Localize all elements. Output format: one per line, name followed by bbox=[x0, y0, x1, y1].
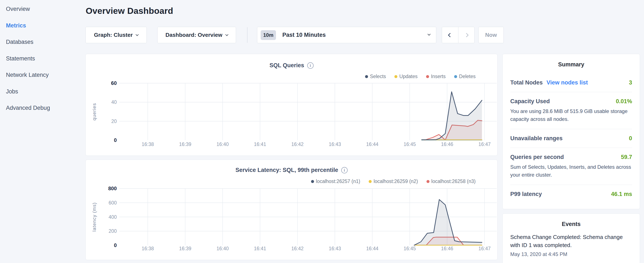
svg-text:400: 400 bbox=[109, 214, 117, 220]
svg-text:0: 0 bbox=[114, 137, 117, 143]
summary-row: Unavailable ranges0 bbox=[510, 129, 632, 148]
summary-row-label: Unavailable ranges bbox=[510, 135, 562, 142]
chevron-left-icon bbox=[448, 33, 452, 37]
summary-rows: Total NodesView nodes list3Capacity Used… bbox=[510, 73, 632, 203]
summary-row-label: Queries per second bbox=[510, 154, 564, 160]
svg-text:queries: queries bbox=[92, 103, 97, 121]
time-next-button[interactable] bbox=[458, 27, 474, 43]
sql-queries-plot[interactable]: 16:3816:3916:4016:4116:4216:4316:4416:45… bbox=[86, 54, 498, 156]
summary-row-value: 0 bbox=[629, 135, 632, 142]
chevron-down-icon bbox=[225, 33, 228, 36]
svg-text:16:46: 16:46 bbox=[441, 141, 453, 147]
sidebar-item-overview[interactable]: Overview bbox=[6, 5, 30, 13]
sidebar-item-jobs[interactable]: Jobs bbox=[6, 88, 18, 95]
svg-text:16:39: 16:39 bbox=[179, 246, 191, 251]
sidebar-item-databases[interactable]: Databases bbox=[6, 38, 34, 46]
summary-row-label: P99 latency bbox=[510, 191, 542, 197]
summary-row-description: You are using 28.6 MiB of 515.9 GiB usab… bbox=[510, 107, 632, 123]
svg-text:16:43: 16:43 bbox=[329, 246, 341, 251]
svg-text:200: 200 bbox=[109, 228, 117, 234]
summary-row-label: Total Nodes bbox=[510, 79, 543, 86]
svg-text:16:40: 16:40 bbox=[216, 141, 229, 147]
svg-text:16:42: 16:42 bbox=[291, 141, 304, 147]
time-prev-button[interactable] bbox=[442, 27, 458, 43]
svg-text:40: 40 bbox=[111, 99, 117, 105]
svg-text:16:42: 16:42 bbox=[291, 246, 304, 251]
summary-row-value: 46.1 ms bbox=[611, 191, 632, 197]
svg-text:16:44: 16:44 bbox=[366, 246, 378, 251]
view-nodes-list-link[interactable]: View nodes list bbox=[546, 79, 588, 86]
svg-text:16:41: 16:41 bbox=[254, 246, 266, 251]
chevron-down-icon bbox=[428, 33, 430, 36]
time-range-dropdown[interactable]: 10m Past 10 Minutes bbox=[257, 27, 436, 43]
sidebar-nav: OverviewMetricsDatabasesStatementsNetwor… bbox=[0, 0, 85, 263]
svg-text:16:43: 16:43 bbox=[329, 141, 341, 147]
svg-text:16:38: 16:38 bbox=[142, 141, 154, 147]
sidebar-item-advanced-debug[interactable]: Advanced Debug bbox=[6, 104, 50, 112]
summary-row-label: Capacity Used bbox=[510, 98, 550, 105]
service-latency-chart-card: Service Latency: SQL, 99th percentile i … bbox=[86, 160, 498, 260]
dashboard-dropdown[interactable]: Dashboard: Overview bbox=[157, 27, 236, 43]
summary-row: Queries per second59.7Sum of Selects, Up… bbox=[510, 148, 632, 185]
dashboard-dropdown-label: Dashboard: Overview bbox=[166, 32, 222, 38]
sidebar-item-metrics[interactable]: Metrics bbox=[6, 22, 26, 29]
svg-text:16:44: 16:44 bbox=[366, 141, 378, 147]
svg-text:0: 0 bbox=[114, 242, 117, 248]
graph-dropdown-label: Graph: Cluster bbox=[94, 32, 133, 38]
svg-text:20: 20 bbox=[111, 119, 117, 124]
summary-row-value: 3 bbox=[629, 79, 632, 86]
toolbar-divider bbox=[247, 27, 248, 43]
svg-text:16:45: 16:45 bbox=[404, 141, 416, 147]
svg-text:800: 800 bbox=[108, 185, 117, 191]
events-list: Schema Change Completed: Schema change w… bbox=[510, 233, 632, 257]
summary-row: Total NodesView nodes list3 bbox=[510, 73, 632, 92]
summary-row-value: 0.01% bbox=[616, 98, 632, 105]
event-message: Schema Change Completed: Schema change w… bbox=[510, 233, 632, 249]
overview-dashboard-page: OverviewMetricsDatabasesStatementsNetwor… bbox=[0, 0, 644, 263]
sidebar-item-statements[interactable]: Statements bbox=[6, 55, 35, 62]
chevron-down-icon bbox=[136, 33, 138, 36]
graph-dropdown[interactable]: Graph: Cluster bbox=[86, 27, 147, 43]
service-latency-plot[interactable]: 16:3816:3916:4016:4116:4216:4316:4416:45… bbox=[86, 160, 498, 260]
svg-text:16:41: 16:41 bbox=[254, 141, 266, 147]
page-title: Overview Dashboard bbox=[86, 6, 173, 16]
events-panel: Events Schema Change Completed: Schema c… bbox=[502, 213, 640, 263]
svg-text:16:39: 16:39 bbox=[179, 141, 191, 147]
svg-text:16:38: 16:38 bbox=[142, 246, 154, 251]
chevron-right-icon bbox=[464, 33, 468, 37]
summary-row-value: 59.7 bbox=[621, 154, 632, 160]
event-item[interactable]: Schema Change Completed: Schema change w… bbox=[510, 233, 632, 257]
time-range-badge: 10m bbox=[261, 30, 276, 40]
sidebar-item-network-latency[interactable]: Network Latency bbox=[6, 71, 49, 79]
summary-row: P99 latency46.1 ms bbox=[510, 185, 632, 203]
svg-text:16:47: 16:47 bbox=[478, 141, 491, 147]
now-button[interactable]: Now bbox=[478, 27, 504, 43]
event-timestamp: May 13, 2020 at 4:45 PM bbox=[510, 251, 632, 257]
sql-queries-chart-card: SQL Queries i SelectsUpdatesInsertsDelet… bbox=[86, 54, 498, 156]
svg-text:16:40: 16:40 bbox=[216, 246, 229, 251]
summary-row-description: Sum of Selects, Updates, Inserts, and De… bbox=[510, 163, 632, 179]
time-range-label: Past 10 Minutes bbox=[282, 32, 326, 38]
svg-text:latency (ms): latency (ms) bbox=[92, 202, 97, 232]
summary-row: Capacity Used0.01%You are using 28.6 MiB… bbox=[510, 92, 632, 129]
time-nav-group bbox=[442, 27, 474, 43]
svg-text:16:47: 16:47 bbox=[478, 246, 491, 251]
svg-text:60: 60 bbox=[111, 80, 117, 86]
svg-text:16:45: 16:45 bbox=[404, 246, 416, 251]
events-title: Events bbox=[510, 221, 632, 227]
svg-text:600: 600 bbox=[109, 200, 117, 205]
summary-title: Summary bbox=[510, 61, 632, 68]
svg-text:16:46: 16:46 bbox=[441, 246, 453, 251]
summary-panel: Summary Total NodesView nodes list3Capac… bbox=[502, 54, 640, 209]
